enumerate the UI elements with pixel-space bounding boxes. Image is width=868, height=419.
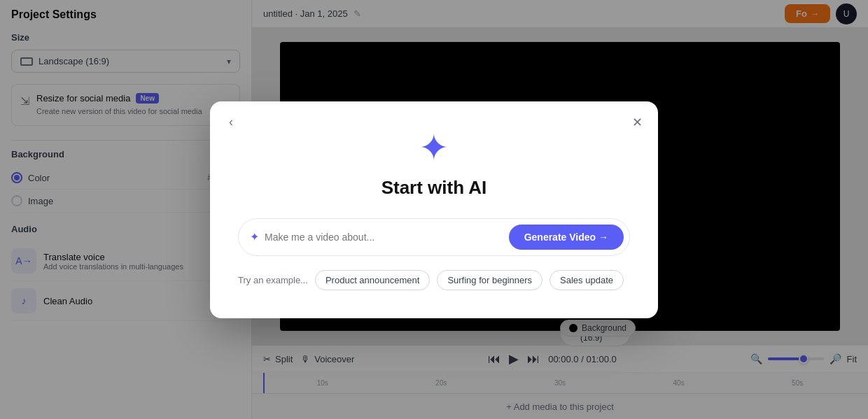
modal-back-button[interactable]: ‹: [221, 113, 241, 132]
ai-modal: ‹ ✕ ✦ Start with AI ✦ Generate Video → T…: [210, 101, 658, 318]
example-surfing-beginners[interactable]: Surfing for beginners: [437, 270, 542, 290]
modal-title: Start with AI: [238, 177, 630, 199]
input-sparkle-icon: ✦: [250, 230, 259, 243]
try-example-label: Try an example...: [238, 275, 308, 285]
generate-video-button[interactable]: Generate Video →: [509, 225, 624, 250]
examples-row: Try an example... Product announcement S…: [238, 270, 630, 290]
app-container: Project Settings Size Landscape (16:9) ▾…: [0, 0, 868, 419]
modal-close-button[interactable]: ✕: [627, 113, 647, 132]
modal-overlay: ‹ ✕ ✦ Start with AI ✦ Generate Video → T…: [0, 0, 868, 419]
modal-ai-icon: ✦: [238, 129, 630, 166]
sparkle-icon: ✦: [419, 129, 449, 166]
example-product-announcement[interactable]: Product announcement: [315, 270, 430, 290]
example-sales-update[interactable]: Sales update: [550, 270, 624, 290]
ai-prompt-input[interactable]: [265, 232, 503, 243]
modal-input-row: ✦ Generate Video →: [238, 218, 630, 256]
